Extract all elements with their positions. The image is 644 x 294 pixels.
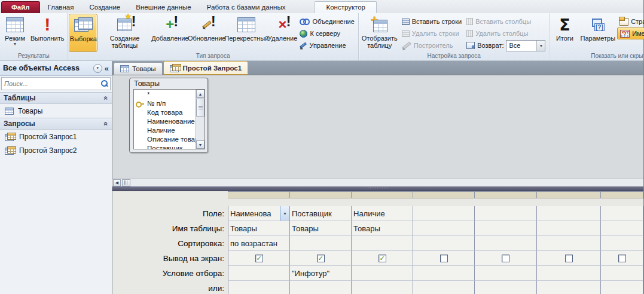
field-list-scrollbar[interactable]: ▲ ▼ (196, 90, 205, 149)
collapse-tables-icon[interactable]: « (102, 96, 111, 100)
grid-cell-field-6[interactable] (537, 206, 601, 221)
grid-cell-criteria-5[interactable] (475, 266, 537, 281)
field-item-supplier[interactable]: Поставщик (134, 144, 196, 149)
grid-cell-field-4[interactable] (413, 206, 475, 221)
grid-cell-sort-3[interactable] (352, 236, 413, 251)
sidebar-item-query2[interactable]: Простой Запрос2 (0, 143, 112, 157)
collapse-queries-icon[interactable]: « (102, 122, 111, 126)
grid-cell-sort-4[interactable] (413, 236, 475, 251)
column-selector[interactable] (601, 191, 643, 198)
show-checkbox-unchecked[interactable] (502, 255, 509, 262)
column-selector[interactable] (228, 191, 290, 198)
grid-cell-table-1[interactable]: Товары (228, 221, 290, 236)
search-icon[interactable] (100, 79, 108, 88)
scroll-down-button[interactable]: ▼ (196, 140, 205, 149)
append-button[interactable]: +! Добавление (152, 14, 188, 52)
field-item-code[interactable]: Код товара (134, 108, 196, 117)
pane-splitter[interactable]: ········· (112, 186, 643, 191)
grid-cell-or-5[interactable] (475, 281, 537, 294)
grid-cell-criteria-6[interactable] (537, 266, 601, 281)
grid-cell-criteria-1[interactable] (228, 266, 290, 281)
grid-cell-table-7[interactable] (601, 221, 643, 236)
shutter-bar-close-icon[interactable]: « (105, 64, 109, 73)
scroll-thumb[interactable] (122, 179, 130, 186)
data-definition-button[interactable]: Управление (297, 39, 356, 51)
show-checkbox-checked[interactable]: ✓ (317, 255, 325, 262)
scroll-left-button[interactable]: ◀ (113, 179, 121, 186)
grid-cell-field-7[interactable] (601, 206, 643, 221)
select-query-button[interactable]: Выборка (69, 14, 97, 52)
tab-create[interactable]: Создание (81, 2, 128, 13)
document-tab-query1[interactable]: Простой Запрос1 (163, 61, 249, 75)
parameters-button[interactable]: Параметры (578, 14, 617, 52)
column-selector[interactable] (352, 191, 413, 198)
delete-query-button[interactable]: ×! Удаление (268, 14, 298, 52)
tab-database-tools[interactable]: Работа с базами данных (199, 2, 294, 13)
grid-cell-sort-2[interactable] (290, 236, 352, 251)
grid-cell-table-5[interactable] (475, 221, 537, 236)
show-checkbox-unchecked[interactable] (565, 255, 573, 262)
show-checkbox-checked[interactable]: ✓ (379, 255, 386, 262)
tab-home[interactable]: Главная (40, 2, 82, 13)
grid-cell-or-2[interactable] (290, 281, 352, 294)
grid-cell-sort-6[interactable] (537, 236, 601, 251)
insert-rows-button[interactable]: Вставить строки (399, 16, 464, 27)
crosstab-button[interactable]: Перекрестный (225, 14, 268, 52)
grid-cell-field-1[interactable]: Наименова▼ (228, 206, 290, 221)
grid-cell-table-4[interactable] (413, 221, 475, 236)
sidebar-item-query1[interactable]: Простой Запрос1 (0, 130, 112, 143)
section-tables[interactable]: Таблицы « (0, 92, 112, 104)
grid-cell-or-7[interactable] (601, 281, 643, 294)
column-selector[interactable] (413, 191, 475, 198)
document-tab-tovary[interactable]: Товары (114, 62, 163, 75)
scroll-up-button[interactable]: ▲ (196, 90, 205, 98)
show-checkbox-checked[interactable]: ✓ (255, 255, 263, 262)
return-combobox[interactable]: Все ▼ (506, 40, 545, 51)
grid-cell-sort-1[interactable]: по возрастан (228, 236, 290, 251)
grid-cell-criteria-7[interactable] (601, 266, 643, 281)
grid-cell-criteria-4[interactable] (413, 266, 475, 281)
section-queries[interactable]: Запросы « (0, 118, 112, 130)
column-selector[interactable] (475, 191, 537, 198)
column-selector[interactable] (290, 191, 352, 198)
run-button[interactable]: ! Выполнить (29, 14, 66, 52)
grid-cell-field-2[interactable]: Поставщик (290, 206, 352, 221)
show-checkbox-unchecked[interactable] (440, 255, 448, 262)
grid-cell-table-2[interactable]: Товары (290, 221, 352, 236)
update-button[interactable]: ! Обновление (188, 14, 225, 52)
grid-cell-field-5[interactable] (475, 206, 537, 221)
make-table-button[interactable]: ★! Создание таблицы (97, 14, 152, 52)
grid-cell-table-6[interactable] (537, 221, 601, 236)
grid-cell-sort-5[interactable] (475, 236, 537, 251)
search-input[interactable] (2, 80, 100, 87)
view-dropdown-arrow[interactable]: ▼ (13, 42, 17, 46)
field-dropdown-button[interactable]: ▼ (280, 206, 289, 220)
field-item-availability[interactable]: Наличие (134, 126, 196, 135)
grid-cell-criteria-3[interactable] (352, 266, 413, 281)
grid-cell-or-1[interactable] (228, 281, 290, 294)
sidebar-item-tovary[interactable]: Товары (0, 104, 112, 118)
table-names-button[interactable]: Имена таблиц (617, 27, 644, 39)
tab-external-data[interactable]: Внешние данные (128, 2, 199, 13)
show-checkbox-unchecked[interactable] (618, 255, 626, 262)
grid-cell-sort-7[interactable] (601, 236, 643, 251)
nav-menu-dropdown-button[interactable]: ▼ (93, 64, 102, 73)
show-table-button[interactable]: + Отобразить таблицу (360, 14, 399, 52)
return-dropdown-button[interactable]: ▼ (536, 41, 545, 51)
view-button[interactable]: Режим ▼ (1, 14, 29, 52)
grid-cell-or-3[interactable] (352, 281, 413, 294)
field-item-id[interactable]: № п/п (134, 99, 196, 108)
property-sheet-button[interactable]: Страница свойств (617, 16, 644, 27)
grid-cell-field-3[interactable]: Наличие (352, 206, 413, 221)
grid-cell-or-4[interactable] (413, 281, 475, 294)
grid-cell-criteria-2[interactable]: "Инфотур" (290, 266, 352, 281)
field-item-name[interactable]: Наименование т (134, 117, 196, 126)
column-selector[interactable] (537, 191, 601, 198)
field-list-tovary[interactable]: Товары * № п/п Код товара Наименование т… (129, 78, 208, 153)
tab-file[interactable]: Файл (1, 1, 40, 13)
tab-design[interactable]: Конструктор (315, 1, 377, 13)
field-item-asterisk[interactable]: * (134, 90, 196, 99)
scroll-thumb[interactable] (196, 99, 205, 117)
field-item-description[interactable]: Описание товар (134, 135, 196, 144)
totals-button[interactable]: Σ Итоги (551, 14, 578, 52)
